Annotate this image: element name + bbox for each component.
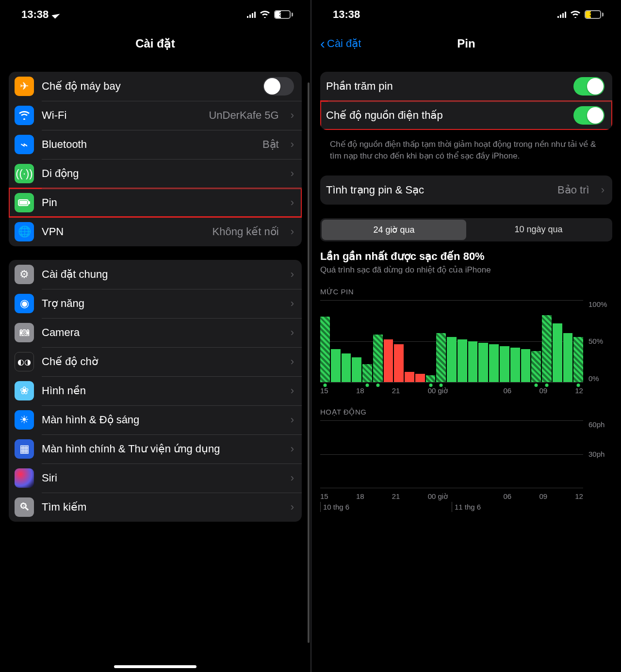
wifi-settings-icon bbox=[15, 106, 34, 125]
scrollbar[interactable] bbox=[308, 82, 310, 643]
airplane-toggle[interactable] bbox=[263, 77, 294, 96]
row-siri[interactable]: Siri › bbox=[9, 464, 302, 493]
chart-bar bbox=[384, 339, 393, 382]
battery-options-group: Phần trăm pin Chế độ nguồn điện thấp bbox=[320, 72, 612, 130]
row-label: Màn hình chính & Thư viện ứng dụng bbox=[42, 443, 279, 455]
chart-bar bbox=[573, 337, 583, 382]
battery-icon: 38 bbox=[585, 10, 604, 19]
row-value: UnDerKafe 5G bbox=[209, 109, 278, 122]
row-general[interactable]: ⚙︎ Cài đặt chung › bbox=[9, 260, 302, 289]
time-range-segmented[interactable]: 24 giờ qua 10 ngày qua bbox=[320, 218, 612, 241]
chart-bar bbox=[553, 323, 562, 382]
battery-settings-icon bbox=[15, 193, 34, 212]
row-label: Camera bbox=[42, 326, 279, 339]
chevron-right-icon: › bbox=[291, 167, 294, 180]
row-label: Hình nền bbox=[42, 384, 279, 397]
chart-bar bbox=[436, 333, 446, 382]
cellular-icon bbox=[557, 11, 566, 18]
page-title: Cài đặt bbox=[135, 37, 175, 50]
row-low-power-mode[interactable]: Chế độ nguồn điện thấp bbox=[320, 101, 612, 130]
y-tick: 100% bbox=[588, 300, 612, 308]
row-value: Bảo trì bbox=[557, 184, 589, 196]
accessibility-icon: ◉ bbox=[15, 294, 34, 313]
row-wallpaper[interactable]: ❀ Hình nền › bbox=[9, 376, 302, 405]
row-vpn[interactable]: 🌐 VPN Không kết nối › bbox=[9, 217, 302, 246]
low-power-footer: Chế độ nguồn điện thấp tạm thời giảm hoạ… bbox=[320, 134, 612, 162]
row-label: Phần trăm pin bbox=[326, 80, 566, 93]
battery-percentage-toggle[interactable] bbox=[573, 77, 605, 96]
row-label: Trợ năng bbox=[42, 297, 279, 310]
wallpaper-icon: ❀ bbox=[15, 381, 34, 400]
chart-bar bbox=[331, 349, 341, 382]
chevron-right-icon: › bbox=[291, 443, 294, 455]
chart-bar bbox=[426, 375, 436, 382]
row-search[interactable]: 🔍︎ Tìm kiếm › bbox=[9, 493, 302, 522]
segment-10d[interactable]: 10 ngày qua bbox=[466, 220, 611, 240]
row-cellular[interactable]: ((·)) Di động › bbox=[9, 159, 302, 188]
settings-group-connectivity: ✈︎ Chế độ máy bay Wi-Fi UnDerKafe 5G › ⌁… bbox=[9, 72, 302, 246]
status-time: 13:38 bbox=[333, 8, 360, 21]
row-homescreen[interactable]: ▦ Màn hình chính & Thư viện ứng dụng › bbox=[9, 434, 302, 464]
row-bluetooth[interactable]: ⌁ Bluetooth Bật › bbox=[9, 130, 302, 159]
last-charge-title: Lần gần nhất được sạc đến 80% bbox=[320, 250, 612, 263]
back-button[interactable]: ‹ Cài đặt bbox=[320, 36, 361, 51]
last-charge-subtitle: Quá trình sạc đã dừng do nhiệt độ của iP… bbox=[320, 265, 612, 275]
y-tick: 0% bbox=[588, 374, 612, 383]
back-label: Cài đặt bbox=[327, 37, 361, 50]
chart-bar bbox=[500, 346, 509, 382]
low-power-toggle[interactable] bbox=[573, 106, 605, 125]
row-label: Cài đặt chung bbox=[42, 268, 279, 281]
x-axis-labels: 15182100 giờ060912 bbox=[320, 386, 612, 395]
chart-bar bbox=[352, 357, 361, 382]
row-label: Chế độ máy bay bbox=[42, 80, 255, 93]
segment-24h[interactable]: 24 giờ qua bbox=[322, 220, 466, 240]
vpn-icon: 🌐 bbox=[15, 222, 34, 241]
row-label: Màn hình & Độ sáng bbox=[42, 414, 279, 426]
row-label: Pin bbox=[42, 196, 279, 209]
row-airplane[interactable]: ✈︎ Chế độ máy bay bbox=[9, 72, 302, 101]
chart-bar bbox=[510, 348, 520, 382]
chevron-right-icon: › bbox=[291, 109, 294, 122]
chart-bar bbox=[531, 351, 541, 382]
chart-bar bbox=[405, 372, 414, 382]
airplane-icon: ✈︎ bbox=[15, 77, 34, 96]
chevron-right-icon: › bbox=[291, 414, 294, 426]
row-label: Tình trạng pin & Sạc bbox=[326, 184, 550, 196]
row-camera[interactable]: 📷︎ Camera › bbox=[9, 318, 302, 347]
chart-bar bbox=[458, 339, 467, 382]
phone-battery: 13:38 38 ‹ Cài đặt Pin Phần trăm pin Chế… bbox=[310, 0, 621, 672]
battery-health-group: Tình trạng pin & Sạc Bảo trì › bbox=[320, 176, 612, 205]
row-accessibility[interactable]: ◉ Trợ năng › bbox=[9, 289, 302, 318]
chart-bar bbox=[563, 333, 573, 382]
nav-bar: Cài đặt bbox=[0, 29, 310, 58]
row-battery[interactable]: Pin › bbox=[9, 188, 302, 217]
chevron-right-icon: › bbox=[601, 184, 605, 196]
row-label: Bluetooth bbox=[42, 138, 255, 151]
chevron-right-icon: › bbox=[291, 225, 294, 238]
row-label: Tìm kiếm bbox=[42, 501, 279, 513]
activity-chart: 60ph 30ph 0 bbox=[320, 420, 612, 488]
chevron-right-icon: › bbox=[291, 326, 294, 339]
x-axis-labels-2: 15182100 giờ060912 bbox=[320, 492, 612, 501]
row-display[interactable]: ☀︎ Màn hình & Độ sáng › bbox=[9, 405, 302, 434]
row-battery-health[interactable]: Tình trạng pin & Sạc Bảo trì › bbox=[320, 176, 612, 205]
row-battery-percentage[interactable]: Phần trăm pin bbox=[320, 72, 612, 101]
chart-bar bbox=[478, 343, 488, 382]
chevron-right-icon: › bbox=[291, 501, 294, 513]
row-label: Wi-Fi bbox=[42, 109, 201, 122]
chart-bar bbox=[542, 315, 552, 382]
row-wifi[interactable]: Wi-Fi UnDerKafe 5G › bbox=[9, 101, 302, 130]
chart-bar bbox=[394, 344, 404, 382]
phone-settings: 13:38 39 Cài đặt ✈︎ Chế độ máy bay Wi-Fi bbox=[0, 0, 310, 672]
chevron-right-icon: › bbox=[291, 472, 294, 484]
row-label: VPN bbox=[42, 225, 205, 238]
row-label: Di động bbox=[42, 167, 279, 180]
y-tick: 50% bbox=[588, 337, 612, 345]
home-indicator[interactable] bbox=[114, 665, 196, 668]
row-standby[interactable]: ◐◑ Chế độ chờ › bbox=[9, 347, 302, 376]
chart-bar bbox=[362, 364, 372, 382]
cellular-icon bbox=[247, 11, 256, 18]
chart-bar bbox=[373, 335, 383, 382]
chevron-right-icon: › bbox=[291, 384, 294, 397]
chevron-right-icon: › bbox=[291, 196, 294, 209]
